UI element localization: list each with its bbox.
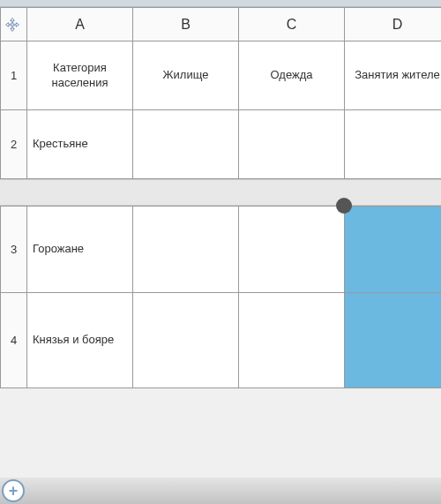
cell-d3[interactable] [345, 207, 442, 293]
cell-c4[interactable] [239, 293, 345, 388]
cell-b4[interactable] [133, 293, 239, 388]
row-header-1[interactable]: 1 [1, 41, 27, 110]
spreadsheet-top: A B C D 1 Категория населения Жилище Оде… [0, 7, 441, 179]
top-bar [0, 0, 441, 7]
table-row: 1 Категория населения Жилище Одежда Заня… [1, 41, 442, 110]
column-header-c[interactable]: C [239, 8, 345, 41]
row-header-2[interactable]: 2 [1, 110, 27, 179]
bottom-bar [0, 478, 441, 504]
cell-a3[interactable]: Горожане [27, 207, 133, 293]
column-header-b[interactable]: B [133, 8, 239, 41]
grid-top: A B C D 1 Категория населения Жилище Оде… [0, 7, 441, 179]
separator-gap [0, 179, 441, 206]
cell-d1[interactable]: Занятия жителе [345, 41, 442, 110]
select-all-corner[interactable] [1, 8, 27, 41]
column-header-a[interactable]: A [27, 8, 133, 41]
row-header-4[interactable]: 4 [1, 293, 27, 388]
cell-a2[interactable]: Крестьяне [27, 110, 133, 179]
selection-handle[interactable] [336, 198, 352, 214]
spreadsheet-bottom: 3 Горожане 4 Князья и бояре [0, 206, 441, 388]
plus-icon: + [9, 482, 19, 500]
cell-a4[interactable]: Князья и бояре [27, 293, 133, 388]
table-row: 2 Крестьяне [1, 110, 442, 179]
row-header-3[interactable]: 3 [1, 207, 27, 293]
cell-b3[interactable] [133, 207, 239, 293]
cell-c1[interactable]: Одежда [239, 41, 345, 110]
cell-b1[interactable]: Жилище [133, 41, 239, 110]
cell-a1[interactable]: Категория населения [27, 41, 133, 110]
cell-d4[interactable] [345, 293, 442, 388]
column-header-row: A B C D [1, 8, 442, 41]
cell-d2[interactable] [345, 110, 442, 179]
grid-bottom: 3 Горожане 4 Князья и бояре [0, 206, 441, 388]
column-header-d[interactable]: D [345, 8, 442, 41]
cell-b2[interactable] [133, 110, 239, 179]
table-row: 4 Князья и бояре [1, 293, 442, 388]
table-row: 3 Горожане [1, 207, 442, 293]
cell-c2[interactable] [239, 110, 345, 179]
add-button[interactable]: + [2, 479, 25, 502]
cell-c3[interactable] [239, 207, 345, 293]
move-icon [4, 17, 20, 33]
